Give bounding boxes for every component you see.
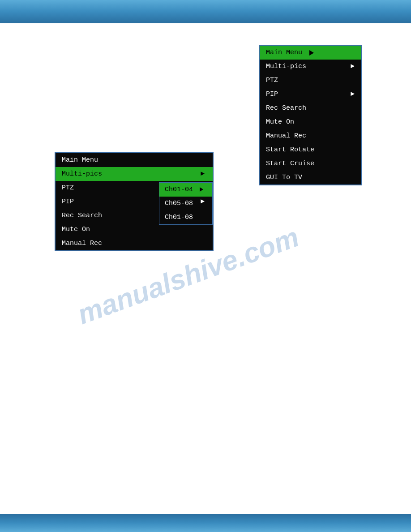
left-menu-item-rec-search[interactable]: Rec Search — [56, 209, 213, 223]
right-menu-item-start-rotate[interactable]: Start Rotate — [260, 143, 361, 157]
right-menu-label-pip: PIP — [266, 90, 278, 98]
right-menu-title-text: Main Menu — [266, 49, 302, 56]
right-menu-label-mute-on: Mute On — [266, 118, 294, 126]
left-menu-item-pip[interactable]: PIP ► — [56, 195, 213, 209]
right-menu-item-ptz[interactable]: PTZ — [260, 73, 361, 87]
right-arrow-multi-pics: ► — [351, 63, 355, 70]
left-menu-label-mute-on: Mute On — [62, 226, 90, 233]
left-menu-item-ptz[interactable]: PTZ — [56, 181, 213, 195]
top-bar — [0, 0, 411, 23]
bottom-bar — [0, 514, 411, 532]
right-menu-item-multi-pics[interactable]: Multi-pics ► — [260, 60, 361, 73]
left-menu-label-rec-search: Rec Search — [62, 212, 102, 219]
left-menu-panel: Main Menu Multi-pics ► Ch01-04 Ch05-08 C… — [55, 152, 214, 251]
right-menu-panel: Main Menu Multi-pics ► PTZ PIP ► Rec Sea… — [259, 45, 362, 185]
right-menu-label-ptz: PTZ — [266, 77, 278, 84]
right-menu-item-manual-rec[interactable]: Manual Rec — [260, 129, 361, 143]
left-menu-title: Main Menu — [56, 153, 213, 167]
right-menu-label-multi-pics: Multi-pics — [266, 63, 306, 70]
right-menu-item-mute-on[interactable]: Mute On — [260, 115, 361, 129]
left-menu-title-text: Main Menu — [62, 156, 98, 164]
right-menu-label-start-rotate: Start Rotate — [266, 146, 314, 154]
right-menu-title[interactable]: Main Menu — [260, 46, 361, 60]
right-menu-item-gui-to-tv[interactable]: GUI To TV — [260, 171, 361, 184]
right-menu-item-rec-search[interactable]: Rec Search — [260, 101, 361, 115]
left-menu-label-multi-pics: Multi-pics — [62, 170, 102, 178]
left-menu-item-manual-rec[interactable]: Manual Rec — [56, 236, 213, 250]
right-arrow-pip: ► — [351, 90, 355, 98]
right-menu-label-gui-to-tv: GUI To TV — [266, 174, 302, 181]
left-menu-label-manual-rec: Manual Rec — [62, 240, 102, 247]
right-menu-item-pip[interactable]: PIP ► — [260, 87, 361, 101]
right-menu-label-rec-search: Rec Search — [266, 104, 306, 112]
cursor-icon — [309, 50, 314, 56]
left-menu-label-ptz: PTZ — [62, 184, 74, 192]
right-menu-label-start-cruise: Start Cruise — [266, 160, 314, 167]
right-menu-label-manual-rec: Manual Rec — [266, 132, 306, 140]
left-menu-item-multi-pics[interactable]: Multi-pics ► Ch01-04 Ch05-08 Ch01-08 — [56, 167, 213, 181]
right-menu-item-start-cruise[interactable]: Start Cruise — [260, 157, 361, 171]
left-arrow-multi-pics: ► — [201, 170, 205, 178]
left-arrow-pip: ► — [201, 198, 205, 206]
left-menu-label-pip: PIP — [62, 198, 74, 206]
left-menu-item-mute-on[interactable]: Mute On — [56, 223, 213, 236]
